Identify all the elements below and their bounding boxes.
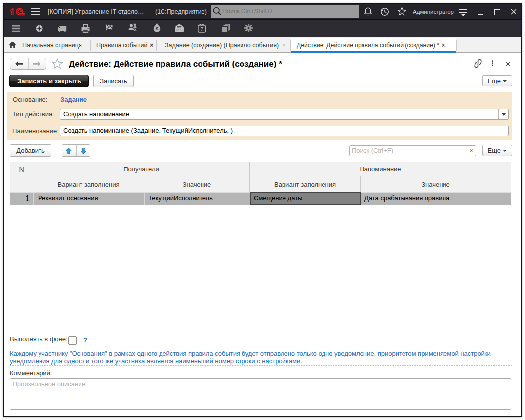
svg-text:7: 7 (201, 26, 203, 32)
